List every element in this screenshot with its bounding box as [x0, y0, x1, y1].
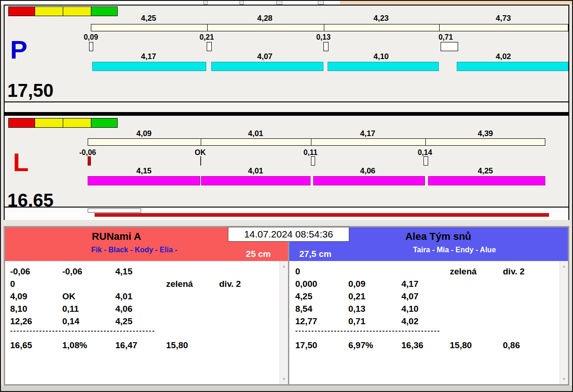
result-cell: 12,26 [10, 316, 32, 327]
summary-cell: 16,36 [401, 340, 424, 350]
summary-cell: 16,47 [115, 340, 137, 350]
p-reaction-diff: 0,21 [195, 33, 218, 42]
p-top-split: 4,73 [489, 14, 517, 23]
status-light-green-icon [91, 119, 117, 127]
p-bottom-split: 4,10 [367, 52, 395, 61]
left-panel-scrollbar[interactable]: ▲ ▼ [280, 261, 287, 384]
result-cell: 0 [295, 267, 300, 277]
l-bottom-split: 4,01 [242, 166, 269, 176]
result-cell: div. 2 [503, 267, 525, 277]
p-dog-bar [211, 62, 323, 71]
lane-separator [4, 112, 569, 116]
result-cell: 4,15 [115, 267, 132, 277]
l-split-bar [88, 138, 545, 146]
result-cell: zelená [450, 267, 477, 277]
scroll-down-icon[interactable]: ▼ [560, 376, 568, 382]
l-reaction-diff: 0,14 [411, 148, 439, 157]
p-reaction-diff: 0,13 [312, 33, 335, 42]
result-cell: 0 [10, 279, 15, 289]
result-cell: 4,01 [115, 291, 132, 302]
dashed-separator: ----------------------------------------… [295, 327, 441, 334]
p-dog-bar [457, 62, 568, 71]
result-cell: 8,54 [295, 304, 312, 314]
p-reaction-diff: 0,09 [79, 33, 102, 42]
p-top-split: 4,23 [367, 14, 395, 23]
l-false-start-tick [88, 156, 91, 166]
result-cell: 4,02 [401, 316, 418, 327]
team-right-members: Taira - Mia - Endy - Alue [341, 246, 567, 254]
p-bottom-split: 4,02 [489, 52, 517, 61]
summary-cell: 15,80 [450, 340, 472, 350]
desktop-background-strip [340, 1, 572, 5]
cutoff-window-element [203, 0, 208, 5]
lane-p-panel [4, 5, 569, 102]
result-cell: 0,14 [62, 316, 79, 327]
p-reaction-tick [89, 42, 93, 51]
p-reaction-diff: 0,71 [434, 33, 457, 42]
result-cell: OK [62, 291, 76, 302]
result-cell: 4,17 [401, 279, 418, 289]
status-light-yellow-icon [35, 7, 63, 16]
result-cell: 4,07 [401, 291, 418, 302]
split-bar-divider [201, 139, 201, 145]
summary-cell: 0,86 [503, 340, 520, 350]
p-top-split: 4,28 [251, 14, 279, 23]
team-right-name: Alea Tým snů [323, 231, 554, 243]
result-cell: div. 2 [219, 279, 241, 289]
p-total-time: 17,50 [7, 81, 54, 100]
scroll-up-icon[interactable]: ▲ [560, 263, 568, 269]
team-left-jump-height: 25 cm [240, 249, 277, 259]
p-bottom-split: 4,07 [251, 52, 279, 61]
l-dog-bar [201, 176, 310, 185]
result-cell: 0,21 [348, 291, 365, 302]
result-cell: zelená [166, 279, 193, 289]
race-progress-bar [95, 213, 549, 217]
summary-cell: 15,80 [166, 340, 188, 350]
l-bottom-split: 4,15 [130, 166, 158, 176]
result-cell: 0,71 [348, 316, 365, 327]
status-light-yellow-icon [63, 7, 91, 16]
l-bottom-split: 4,06 [354, 166, 382, 176]
race-timing-display-window: 4,25 4,28 4,23 4,73 0,09 0,21 0,13 0,71 … [0, 0, 573, 392]
p-bottom-split: 4,17 [135, 52, 162, 61]
result-cell: 8,10 [10, 304, 27, 314]
right-panel-scrollbar[interactable]: ▲ ▼ [560, 261, 567, 384]
top-window-strip [1, 1, 340, 5]
l-top-split: 4,01 [242, 129, 269, 138]
p-top-split: 4,25 [135, 14, 162, 23]
l-top-split: 4,09 [130, 129, 158, 138]
l-dog-bar [88, 176, 200, 185]
start-lights-p [8, 6, 118, 16]
team-right-jump-height: 27,5 cm [293, 249, 337, 259]
split-bar-divider [324, 24, 324, 31]
scroll-up-icon[interactable]: ▲ [280, 263, 288, 269]
cutoff-window-element [239, 0, 244, 5]
result-cell: 12,77 [295, 316, 317, 327]
l-dog-bar [313, 176, 425, 185]
status-light-green-icon [91, 7, 117, 16]
gap-strip [4, 220, 569, 226]
result-cell: 0,11 [62, 304, 79, 314]
progress-marker-box [88, 208, 141, 213]
l-reaction-tick [200, 156, 201, 166]
l-reaction-diff: -0,06 [74, 148, 101, 157]
l-reaction-diff: 0,11 [297, 148, 324, 157]
l-bottom-split: 4,25 [472, 166, 499, 176]
l-top-split: 4,39 [472, 129, 499, 138]
l-reaction-diff: OK [186, 148, 214, 157]
lane-l-label: L [13, 149, 29, 175]
split-bar-divider [207, 24, 208, 31]
p-reaction-tick [207, 42, 212, 51]
p-dog-bar [328, 62, 439, 71]
l-reaction-tick [311, 156, 315, 166]
scroll-down-icon[interactable]: ▼ [280, 376, 288, 382]
status-light-red-icon [9, 119, 35, 127]
result-cell: 4,25 [295, 291, 312, 302]
summary-cell: 6,97% [348, 340, 373, 350]
l-top-split: 4,17 [354, 129, 382, 138]
team-left-members: Fik - Black - Kody - Elia - [5, 246, 263, 254]
result-cell: 4,10 [401, 304, 418, 314]
result-cell: 0,13 [348, 304, 365, 314]
cutoff-window-element [276, 0, 282, 5]
summary-cell: 16,65 [10, 340, 32, 350]
